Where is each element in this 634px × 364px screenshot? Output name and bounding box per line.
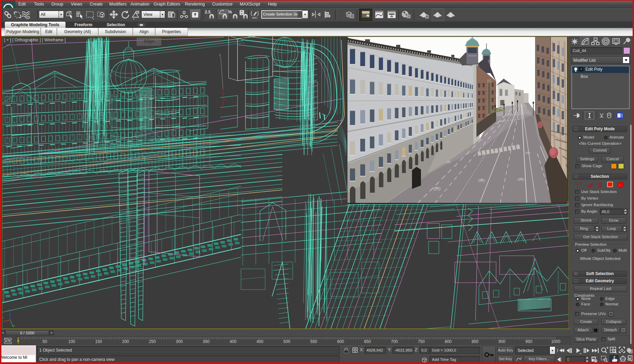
svg-text:ABC: ABC [252, 16, 258, 19]
svg-text:x: x [2, 316, 3, 320]
svg-text:z: z [9, 308, 10, 312]
svg-text:}: } [257, 10, 259, 16]
svg-text:{: { [251, 10, 252, 16]
svg-text:z: z [219, 53, 221, 57]
